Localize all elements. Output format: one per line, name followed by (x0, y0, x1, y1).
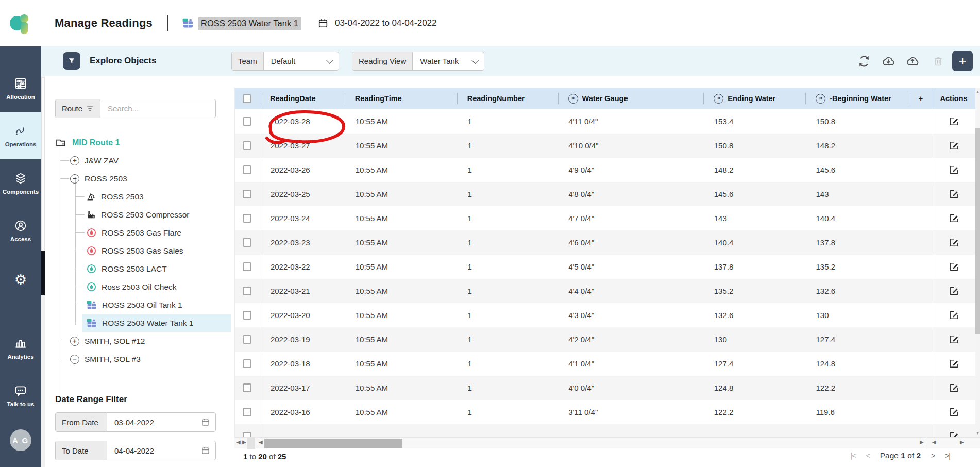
first-page-button[interactable]: |< (851, 452, 856, 460)
edit-row-button[interactable] (949, 431, 959, 437)
selected-object-chip[interactable]: ROSS 2503 Water Tank 1 (182, 17, 301, 30)
row-checkbox[interactable] (243, 141, 251, 150)
prev-page-button[interactable]: < (866, 452, 869, 460)
select-all-checkbox[interactable] (243, 94, 251, 103)
tree-item[interactable]: −SMITH, SOL #3 (70, 350, 141, 368)
edit-row-button[interactable] (949, 335, 959, 344)
pinned-hscroll-left-arrow[interactable]: ◀ (932, 439, 936, 445)
row-checkbox[interactable] (243, 262, 251, 271)
add-reading-button[interactable]: + (952, 51, 973, 71)
sidebar-item-analytics[interactable]: Analytics (0, 327, 41, 369)
edit-row-button[interactable] (949, 383, 959, 393)
sidebar-item-access[interactable]: Access (0, 207, 41, 254)
row-checkbox[interactable] (243, 238, 251, 247)
row-checkbox[interactable] (243, 311, 251, 320)
tree-item[interactable]: MID Route 1 (56, 134, 120, 152)
reading-number-cell: 1 (457, 408, 558, 416)
edit-row-button[interactable] (949, 286, 959, 296)
horizontal-scrollbar-thumb[interactable] (264, 439, 402, 448)
column-header[interactable]: ReadingDate (260, 88, 345, 109)
column-header[interactable]: + (910, 88, 932, 109)
edit-row-button[interactable] (949, 213, 959, 223)
tree-item[interactable]: ROSS 2503 Gas Flare (87, 224, 181, 242)
edit-row-button[interactable] (949, 116, 959, 126)
from-date-field[interactable]: From Date 03-04-2022 (55, 412, 216, 432)
pinned-hscroll-right-arrow[interactable]: ▶ (960, 439, 964, 445)
row-checkbox[interactable] (243, 383, 251, 392)
row-checkbox[interactable] (243, 287, 251, 295)
edit-row-button[interactable] (949, 141, 959, 151)
edit-row-button[interactable] (949, 262, 959, 272)
route-filter-button[interactable]: Route (56, 99, 100, 118)
row-checkbox[interactable] (243, 335, 251, 344)
row-checkbox[interactable] (243, 117, 251, 126)
reading-time-cell: 10:55 AM (345, 262, 458, 271)
last-page-button[interactable]: >| (945, 452, 950, 460)
tree-item[interactable]: ROSS 2503 (87, 188, 144, 206)
next-page-button[interactable]: > (931, 452, 935, 460)
edit-row-button[interactable] (949, 238, 959, 247)
tree-item[interactable]: ROSS 2503 Compressor (87, 206, 189, 224)
edit-row-button[interactable] (949, 165, 959, 175)
tree-item[interactable]: −ROSS 2503 (70, 170, 127, 188)
row-checkbox[interactable] (243, 432, 251, 437)
column-expand-icon[interactable]: » (568, 94, 578, 104)
scroll-down-arrow[interactable]: ▼ (975, 431, 980, 435)
tree-item[interactable]: +SMITH, SOL #12 (70, 332, 145, 350)
tree-item[interactable]: ROSS 2503 LACT (87, 260, 167, 278)
sidebar-item-allocation[interactable]: Allocation (0, 64, 41, 112)
expand-node-icon[interactable]: + (70, 337, 79, 346)
row-checkbox[interactable] (243, 408, 251, 416)
column-expand-icon[interactable]: » (816, 94, 825, 104)
calendar-icon[interactable] (201, 418, 210, 427)
column-header[interactable]: ReadingTime (345, 88, 457, 109)
column-nav-left-arrow[interactable]: ◀ (236, 439, 241, 445)
column-header[interactable]: ReadingNumber (457, 88, 558, 109)
hscroll-right-arrow[interactable]: ▶ (920, 439, 924, 445)
reading-view-select[interactable]: Reading View Water Tank (352, 52, 484, 71)
collapse-node-icon[interactable]: − (70, 355, 79, 364)
tree-item[interactable]: +J&W ZAV (70, 152, 119, 170)
column-header[interactable]: Actions (932, 88, 975, 109)
hscroll-left-arrow[interactable]: ◀ (259, 439, 263, 445)
row-checkbox[interactable] (243, 165, 251, 174)
calendar-icon[interactable] (201, 446, 210, 455)
column-expand-icon[interactable]: » (714, 94, 723, 104)
delete-button[interactable] (931, 54, 946, 69)
user-avatar[interactable]: A G (10, 429, 31, 451)
sidebar-item-operations[interactable]: Operations (0, 112, 41, 159)
explore-filter-button[interactable] (63, 52, 80, 70)
column-header[interactable]: »Ending Water (703, 88, 805, 109)
row-checkbox[interactable] (243, 214, 251, 223)
tree-item[interactable]: Ross 2503 Oil Check (87, 278, 177, 296)
edit-row-button[interactable] (949, 189, 959, 199)
collapse-node-icon[interactable]: − (70, 174, 79, 184)
water-gauge-cell: 4'3 0/4" (558, 311, 704, 320)
column-header[interactable]: »-Beginning Water (805, 88, 910, 109)
tree-item[interactable]: ROSS 2503 Gas Sales (87, 242, 183, 260)
edit-row-button[interactable] (949, 310, 959, 320)
scroll-up-arrow[interactable]: ▲ (975, 90, 980, 93)
team-select[interactable]: Team Default (231, 52, 339, 71)
sidebar-item-talk-to-us[interactable]: Talk to us (0, 375, 41, 416)
settings-gear-icon[interactable]: ⚙ (14, 269, 27, 291)
row-checkbox[interactable] (243, 190, 251, 198)
header-select-all[interactable] (235, 88, 260, 109)
vertical-scrollbar[interactable]: ▲ ▼ (975, 88, 980, 437)
cloud-upload-button[interactable] (905, 54, 920, 69)
edit-row-button[interactable] (949, 359, 959, 369)
vertical-scrollbar-thumb[interactable] (975, 128, 980, 334)
cloud-download-button[interactable] (881, 54, 896, 69)
row-checkbox[interactable] (243, 359, 251, 368)
sidebar-item-components[interactable]: Components (0, 159, 41, 207)
column-nav-right-arrow[interactable]: ▶ (242, 439, 246, 445)
expand-node-icon[interactable]: + (70, 156, 79, 165)
refresh-button[interactable] (856, 54, 872, 69)
column-header[interactable]: »Water Gauge (558, 88, 704, 109)
edit-row-button[interactable] (949, 407, 959, 417)
tree-item[interactable]: ROSS 2503 Oil Tank 1 (87, 296, 182, 314)
horizontal-scrollbar[interactable]: ◀ ▶ ◀ ▶ ◀ ▶ (234, 437, 980, 448)
to-date-field[interactable]: To Date 04-04-2022 (55, 441, 216, 460)
tree-search-input[interactable] (108, 104, 208, 113)
tree-item[interactable]: ROSS 2503 Water Tank 1 (82, 314, 231, 332)
